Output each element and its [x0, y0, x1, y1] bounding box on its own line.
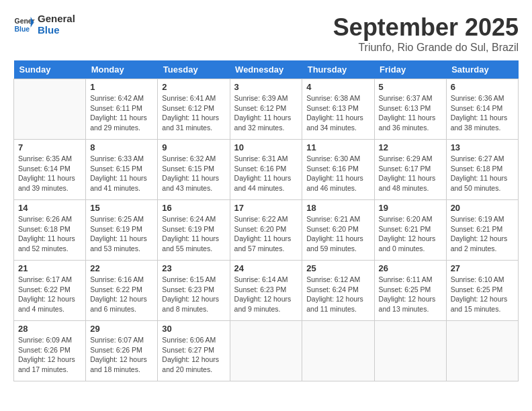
day-number: 2: [162, 82, 225, 92]
day-info: Sunrise: 6:29 AMSunset: 6:17 PMDaylight:…: [379, 154, 442, 193]
logo-icon: General Blue: [13, 14, 35, 36]
day-number: 6: [451, 82, 514, 92]
day-number: 19: [379, 203, 442, 213]
calendar-cell: [446, 321, 518, 381]
day-number: 18: [306, 203, 369, 213]
day-number: 23: [162, 263, 225, 273]
day-info: Sunrise: 6:14 AMSunset: 6:23 PMDaylight:…: [234, 275, 298, 314]
calendar-cell: [14, 79, 86, 140]
day-number: 1: [90, 82, 153, 92]
day-number: 20: [451, 203, 514, 213]
location: Triunfo, Rio Grande do Sul, Brazil: [333, 42, 519, 54]
calendar-week-row: 21Sunrise: 6:17 AMSunset: 6:22 PMDayligh…: [14, 261, 519, 321]
calendar-table: SundayMondayTuesdayWednesdayThursdayFrid…: [13, 60, 519, 381]
calendar-cell: 2Sunrise: 6:41 AMSunset: 6:12 PMDaylight…: [158, 79, 230, 140]
day-info: Sunrise: 6:22 AMSunset: 6:20 PMDaylight:…: [234, 214, 298, 254]
calendar-cell: 27Sunrise: 6:10 AMSunset: 6:25 PMDayligh…: [446, 261, 518, 321]
calendar-cell: 9Sunrise: 6:32 AMSunset: 6:15 PMDaylight…: [158, 140, 230, 200]
calendar-cell: 11Sunrise: 6:30 AMSunset: 6:16 PMDayligh…: [302, 140, 374, 200]
page-header: General Blue General Blue September 2025…: [13, 13, 519, 54]
day-number: 4: [306, 82, 369, 92]
day-number: 24: [234, 263, 298, 273]
calendar-cell: 4Sunrise: 6:38 AMSunset: 6:13 PMDaylight…: [302, 79, 374, 140]
day-number: 13: [451, 142, 514, 152]
day-info: Sunrise: 6:26 AMSunset: 6:18 PMDaylight:…: [18, 214, 81, 254]
day-info: Sunrise: 6:37 AMSunset: 6:13 PMDaylight:…: [379, 93, 442, 133]
day-info: Sunrise: 6:35 AMSunset: 6:14 PMDaylight:…: [18, 154, 81, 193]
weekday-header: Monday: [86, 60, 158, 79]
day-info: Sunrise: 6:41 AMSunset: 6:12 PMDaylight:…: [162, 93, 225, 133]
calendar-cell: 22Sunrise: 6:16 AMSunset: 6:22 PMDayligh…: [86, 261, 158, 321]
day-info: Sunrise: 6:15 AMSunset: 6:23 PMDaylight:…: [162, 275, 225, 314]
weekday-header-row: SundayMondayTuesdayWednesdayThursdayFrid…: [14, 60, 519, 79]
calendar-cell: 25Sunrise: 6:12 AMSunset: 6:24 PMDayligh…: [302, 261, 374, 321]
day-info: Sunrise: 6:10 AMSunset: 6:25 PMDaylight:…: [451, 275, 514, 314]
calendar-cell: 10Sunrise: 6:31 AMSunset: 6:16 PMDayligh…: [230, 140, 302, 200]
day-number: 8: [90, 142, 153, 152]
day-number: 7: [18, 142, 81, 152]
calendar-cell: [374, 321, 446, 381]
day-number: 16: [162, 203, 225, 213]
weekday-header: Saturday: [446, 60, 518, 79]
weekday-header: Friday: [374, 60, 446, 79]
day-info: Sunrise: 6:20 AMSunset: 6:21 PMDaylight:…: [379, 214, 442, 254]
calendar-week-row: 28Sunrise: 6:09 AMSunset: 6:26 PMDayligh…: [14, 321, 519, 381]
day-info: Sunrise: 6:33 AMSunset: 6:15 PMDaylight:…: [90, 154, 153, 193]
calendar-cell: 23Sunrise: 6:15 AMSunset: 6:23 PMDayligh…: [158, 261, 230, 321]
calendar-cell: 5Sunrise: 6:37 AMSunset: 6:13 PMDaylight…: [374, 79, 446, 140]
day-number: 28: [18, 324, 81, 334]
calendar-cell: 13Sunrise: 6:27 AMSunset: 6:18 PMDayligh…: [446, 140, 518, 200]
day-number: 21: [18, 263, 81, 273]
day-number: 27: [451, 263, 514, 273]
day-info: Sunrise: 6:12 AMSunset: 6:24 PMDaylight:…: [306, 275, 369, 314]
calendar-cell: 26Sunrise: 6:11 AMSunset: 6:25 PMDayligh…: [374, 261, 446, 321]
calendar-week-row: 14Sunrise: 6:26 AMSunset: 6:18 PMDayligh…: [14, 200, 519, 261]
calendar-cell: 6Sunrise: 6:36 AMSunset: 6:14 PMDaylight…: [446, 79, 518, 140]
month-title: September 2025: [333, 13, 519, 42]
calendar-cell: 17Sunrise: 6:22 AMSunset: 6:20 PMDayligh…: [230, 200, 302, 261]
calendar-cell: 14Sunrise: 6:26 AMSunset: 6:18 PMDayligh…: [14, 200, 86, 261]
day-number: 9: [162, 142, 225, 152]
calendar-cell: 16Sunrise: 6:24 AMSunset: 6:19 PMDayligh…: [158, 200, 230, 261]
day-info: Sunrise: 6:19 AMSunset: 6:21 PMDaylight:…: [451, 214, 514, 254]
day-info: Sunrise: 6:39 AMSunset: 6:12 PMDaylight:…: [234, 93, 298, 133]
day-number: 5: [379, 82, 442, 92]
day-info: Sunrise: 6:30 AMSunset: 6:16 PMDaylight:…: [306, 154, 369, 193]
title-block: September 2025 Triunfo, Rio Grande do Su…: [333, 13, 519, 54]
calendar-cell: 7Sunrise: 6:35 AMSunset: 6:14 PMDaylight…: [14, 140, 86, 200]
calendar-cell: 24Sunrise: 6:14 AMSunset: 6:23 PMDayligh…: [230, 261, 302, 321]
calendar-cell: 19Sunrise: 6:20 AMSunset: 6:21 PMDayligh…: [374, 200, 446, 261]
day-number: 30: [162, 324, 225, 334]
day-number: 17: [234, 203, 298, 213]
day-info: Sunrise: 6:09 AMSunset: 6:26 PMDaylight:…: [18, 335, 81, 375]
logo: General Blue General Blue: [13, 13, 75, 36]
calendar-week-row: 1Sunrise: 6:42 AMSunset: 6:11 PMDaylight…: [14, 79, 519, 140]
day-info: Sunrise: 6:36 AMSunset: 6:14 PMDaylight:…: [451, 93, 514, 133]
day-info: Sunrise: 6:24 AMSunset: 6:19 PMDaylight:…: [162, 214, 225, 254]
weekday-header: Tuesday: [158, 60, 230, 79]
calendar-cell: 12Sunrise: 6:29 AMSunset: 6:17 PMDayligh…: [374, 140, 446, 200]
day-number: 29: [90, 324, 153, 334]
day-info: Sunrise: 6:42 AMSunset: 6:11 PMDaylight:…: [90, 93, 153, 133]
calendar-cell: 30Sunrise: 6:06 AMSunset: 6:27 PMDayligh…: [158, 321, 230, 381]
day-info: Sunrise: 6:16 AMSunset: 6:22 PMDaylight:…: [90, 275, 153, 314]
weekday-header: Wednesday: [230, 60, 302, 79]
day-info: Sunrise: 6:11 AMSunset: 6:25 PMDaylight:…: [379, 275, 442, 314]
day-info: Sunrise: 6:21 AMSunset: 6:20 PMDaylight:…: [306, 214, 369, 254]
day-number: 14: [18, 203, 81, 213]
calendar-cell: 21Sunrise: 6:17 AMSunset: 6:22 PMDayligh…: [14, 261, 86, 321]
calendar-cell: 15Sunrise: 6:25 AMSunset: 6:19 PMDayligh…: [86, 200, 158, 261]
day-number: 15: [90, 203, 153, 213]
day-info: Sunrise: 6:31 AMSunset: 6:16 PMDaylight:…: [234, 154, 298, 193]
calendar-cell: 28Sunrise: 6:09 AMSunset: 6:26 PMDayligh…: [14, 321, 86, 381]
day-info: Sunrise: 6:32 AMSunset: 6:15 PMDaylight:…: [162, 154, 225, 193]
day-number: 10: [234, 142, 298, 152]
calendar-cell: [230, 321, 302, 381]
weekday-header: Sunday: [14, 60, 86, 79]
calendar-week-row: 7Sunrise: 6:35 AMSunset: 6:14 PMDaylight…: [14, 140, 519, 200]
day-number: 3: [234, 82, 298, 92]
calendar-cell: 8Sunrise: 6:33 AMSunset: 6:15 PMDaylight…: [86, 140, 158, 200]
calendar-cell: 29Sunrise: 6:07 AMSunset: 6:26 PMDayligh…: [86, 321, 158, 381]
day-info: Sunrise: 6:07 AMSunset: 6:26 PMDaylight:…: [90, 335, 153, 375]
day-info: Sunrise: 6:17 AMSunset: 6:22 PMDaylight:…: [18, 275, 81, 314]
